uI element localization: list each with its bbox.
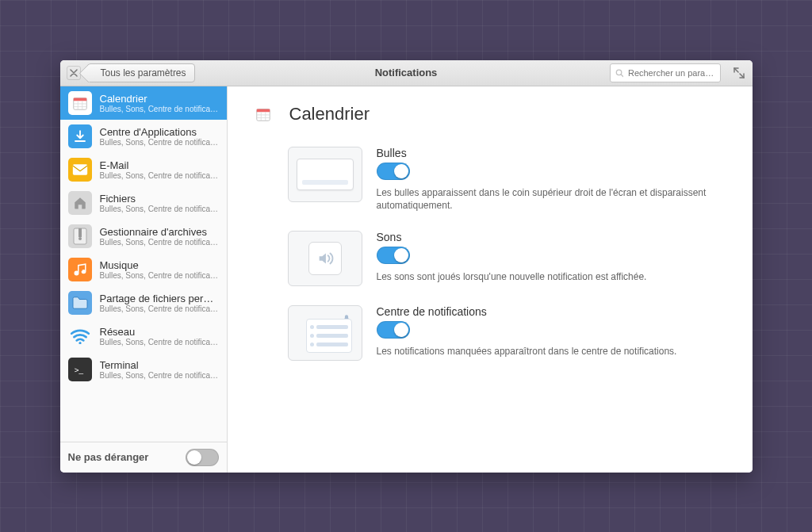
- svg-rect-2: [73, 98, 86, 101]
- sidebar-item-sub: Bulles, Sons, Centre de notifications: [100, 105, 219, 113]
- sidebar-item-title: Terminal: [100, 359, 219, 371]
- sidebar-item-title: Réseau: [100, 326, 219, 338]
- sidebar-item-title: Centre d'Applications: [100, 126, 219, 138]
- terminal-icon: >_: [68, 358, 92, 381]
- svg-rect-7: [72, 164, 86, 174]
- breadcrumb-all-settings[interactable]: Tous les paramètres: [87, 63, 195, 82]
- settings-list: Bulles Les bulles apparaissent dans le c…: [250, 147, 730, 361]
- svg-point-10: [79, 237, 82, 240]
- main-header: Calendrier: [250, 101, 730, 128]
- setting-title: Sons: [377, 231, 730, 243]
- sidebar-item-sub: Bulles, Sons, Centre de notifications: [100, 304, 219, 313]
- sidebar-item-sub: Bulles, Sons, Centre de notifications: [100, 138, 219, 147]
- search-input[interactable]: [628, 68, 715, 78]
- sidebar-item-sub: Bulles, Sons, Centre de notifications: [100, 238, 219, 247]
- sidebar-item-home[interactable]: Fichiers Bulles, Sons, Centre de notific…: [60, 186, 227, 220]
- sidebar-item-zip[interactable]: Gestionnaire d'archives Bulles, Sons, Ce…: [60, 220, 227, 253]
- close-button[interactable]: [67, 66, 81, 80]
- sidebar-item-terminal[interactable]: >_ Terminal Bulles, Sons, Centre de noti…: [60, 353, 227, 386]
- svg-point-13: [79, 342, 81, 344]
- svg-point-11: [75, 271, 79, 275]
- sidebar-item-mail[interactable]: E-Mail Bulles, Sons, Centre de notificat…: [60, 153, 227, 186]
- calendar-icon: [250, 101, 277, 128]
- settings-window: Tous les paramètres Notifications Calend…: [60, 60, 753, 473]
- svg-rect-16: [256, 109, 270, 112]
- breadcrumb-label: Tous les paramètres: [101, 67, 186, 78]
- sidebar-item-title: Gestionnaire d'archives: [100, 226, 219, 238]
- sounds-preview: [288, 231, 362, 286]
- search-icon: [615, 68, 623, 78]
- close-icon: [70, 69, 78, 77]
- notification-center-preview: [288, 305, 362, 361]
- setting-sounds: Sons Les sons sont joués lorsqu'une nouv…: [288, 231, 730, 286]
- setting-bubbles: Bulles Les bulles apparaissent dans le c…: [288, 147, 730, 212]
- sounds-toggle[interactable]: [377, 247, 410, 264]
- do-not-disturb-toggle[interactable]: [186, 449, 219, 466]
- sidebar-item-wifi[interactable]: Réseau Bulles, Sons, Centre de notificat…: [60, 320, 227, 353]
- setting-title: Centre de notifications: [377, 305, 730, 318]
- music-icon: [68, 258, 92, 281]
- svg-point-12: [82, 270, 86, 274]
- sidebar-item-download[interactable]: Centre d'Applications Bulles, Sons, Cent…: [60, 120, 227, 153]
- folder-icon: [68, 291, 92, 315]
- search-input-wrapper[interactable]: [610, 63, 721, 82]
- mail-icon: [68, 158, 92, 182]
- window-body: Calendrier Bulles, Sons, Centre de notif…: [60, 86, 753, 473]
- sidebar-item-sub: Bulles, Sons, Centre de notifications: [100, 171, 219, 180]
- setting-notification-center: Centre de notifications Les notification…: [288, 305, 730, 361]
- page-title: Calendrier: [289, 104, 370, 124]
- home-icon: [68, 191, 92, 215]
- sidebar-item-calendar[interactable]: Calendrier Bulles, Sons, Centre de notif…: [60, 86, 227, 120]
- sidebar-item-sub: Bulles, Sons, Centre de notifications: [100, 271, 219, 280]
- sidebar-item-title: Partage de fichiers perso…: [100, 293, 219, 304]
- notification-center-toggle[interactable]: [377, 321, 410, 339]
- maximize-icon: [733, 67, 745, 78]
- do-not-disturb-label: Ne pas déranger: [68, 451, 149, 463]
- svg-rect-9: [79, 228, 82, 237]
- sidebar-item-sub: Bulles, Sons, Centre de notifications: [100, 371, 219, 380]
- setting-description: Les sons sont joués lorsqu'une nouvelle …: [377, 270, 730, 283]
- sidebar-item-sub: Bulles, Sons, Centre de notifications: [100, 205, 219, 213]
- sidebar-item-title: Fichiers: [100, 193, 219, 205]
- download-icon: [68, 124, 92, 148]
- sidebar-item-title: Calendrier: [100, 93, 219, 105]
- setting-title: Bulles: [377, 147, 730, 159]
- titlebar: Tous les paramètres Notifications: [60, 60, 753, 86]
- calendar-icon: [68, 91, 92, 115]
- sidebar-item-sub: Bulles, Sons, Centre de notifications: [100, 338, 219, 346]
- bubbles-preview: [288, 147, 362, 202]
- do-not-disturb-row: Ne pas déranger: [60, 442, 227, 473]
- sidebar-item-title: Musique: [100, 259, 219, 271]
- zip-icon: [68, 224, 92, 248]
- sidebar-item-folder[interactable]: Partage de fichiers perso… Bulles, Sons,…: [60, 286, 227, 320]
- main-panel: Calendrier Bulles Les bulles apparaissen…: [228, 86, 753, 473]
- svg-text:>_: >_: [74, 365, 83, 373]
- sidebar-item-music[interactable]: Musique Bulles, Sons, Centre de notifica…: [60, 253, 227, 286]
- sidebar-item-title: E-Mail: [100, 159, 219, 171]
- maximize-button[interactable]: [732, 66, 746, 80]
- bubbles-toggle[interactable]: [377, 163, 410, 180]
- setting-description: Les bulles apparaissent dans le coin sup…: [377, 186, 730, 212]
- app-list: Calendrier Bulles, Sons, Centre de notif…: [60, 86, 227, 442]
- wifi-icon: [68, 324, 92, 348]
- sidebar: Calendrier Bulles, Sons, Centre de notif…: [60, 86, 228, 473]
- setting-description: Les notifications manquées apparaîtront …: [377, 345, 730, 358]
